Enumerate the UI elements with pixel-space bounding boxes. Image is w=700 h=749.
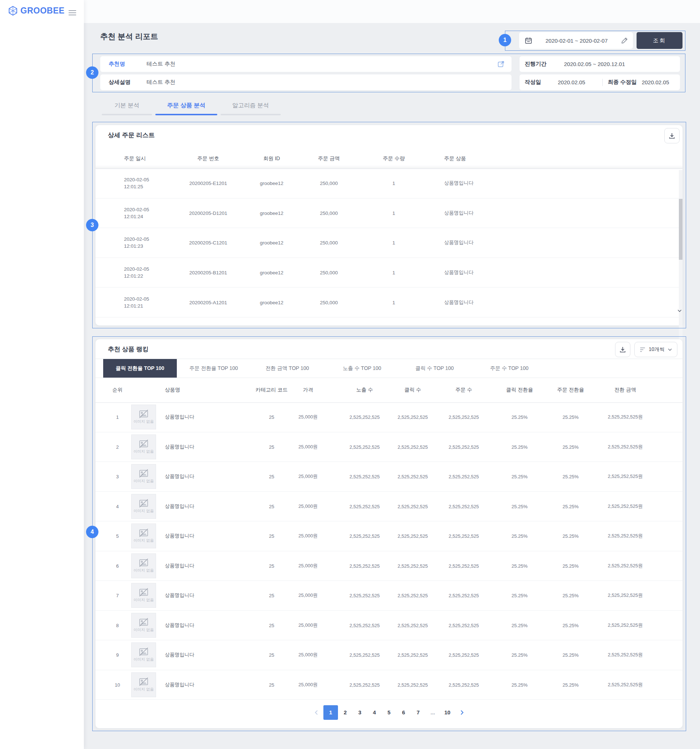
tab-basic-analysis[interactable]: 기본 분석 — [102, 101, 152, 115]
ranking-table-row: 5 이미지 없음 상품명입니다 25 25,000원 2,525,252,525… — [96, 521, 683, 551]
clicks-cell: 2,525,252,525 — [384, 563, 442, 569]
order-datetime-cell: 2020-02-0512:01:21 — [124, 295, 178, 309]
order-conversion-cell: 25.25% — [545, 622, 596, 628]
orders-cell: 2,525,252,525 — [435, 652, 493, 658]
column-order-number: 주문 번호 — [175, 156, 241, 162]
menu-toggle-icon[interactable] — [69, 9, 76, 17]
modified-label: 최종 수정일 — [608, 79, 637, 86]
subtab-clicks-top100[interactable]: 클릭 수 TOP 100 — [406, 359, 464, 378]
subtab-click-conversion-top100[interactable]: 클릭 전환율 TOP 100 — [103, 359, 177, 378]
ranking-download-button[interactable] — [615, 342, 630, 357]
dates-field: 작성일 2020.02.05 최종 수정일 2020.02.05 — [520, 75, 680, 90]
product-name-cell: 상품명입니다 — [165, 414, 249, 420]
column-order-product: 주문 상품 — [444, 156, 554, 162]
price-cell: 25,000원 — [282, 473, 334, 480]
no-image-label: 이미지 없음 — [133, 419, 154, 424]
clicks-cell: 2,525,252,525 — [384, 652, 442, 658]
order-amount-cell: 250,000 — [300, 300, 358, 305]
edit-pencil-icon[interactable] — [621, 37, 628, 44]
clicks-cell: 2,525,252,525 — [384, 474, 442, 479]
brand-hexagon-icon — [8, 6, 18, 16]
clicks-cell: 2,525,252,525 — [384, 503, 442, 509]
pagination-prev-icon[interactable] — [309, 705, 323, 720]
subtab-order-conversion-top100[interactable]: 주문 전환율 TOP 100 — [185, 359, 243, 378]
brand-name: GROOBEE — [20, 6, 64, 16]
table-scrollbar-thumb[interactable] — [679, 199, 683, 260]
conversion-amount-cell: 2,525,252,525원 — [592, 682, 658, 688]
pagination-next-icon[interactable] — [454, 705, 469, 720]
conversion-amount-cell: 2,525,252,525원 — [592, 563, 658, 569]
pagination-page[interactable]: 7 — [411, 705, 425, 720]
clicks-cell: 2,525,252,525 — [384, 622, 442, 628]
annotation-marker-1: 1 — [499, 34, 511, 46]
scroll-down-caret-icon[interactable] — [677, 309, 682, 312]
description-label: 상세설명 — [109, 79, 146, 86]
click-conversion-cell: 25.25% — [494, 414, 545, 420]
order-table-row: 2020-02-0512:01:22 20200205-B1201 groobe… — [96, 258, 683, 288]
ranking-table-row: 1 이미지 없음 상품명입니다 25 25,000원 2,525,252,525… — [96, 402, 683, 432]
member-id-cell: groobee12 — [241, 300, 302, 305]
column-rank: 순위 — [96, 387, 139, 393]
product-thumbnail-placeholder: 이미지 없음 — [131, 434, 156, 459]
search-button[interactable]: 조회 — [637, 32, 683, 49]
column-member-id: 회원 ID — [241, 156, 302, 162]
page-size-select[interactable]: 10개씩 — [634, 342, 677, 357]
ranking-table-body: 1 이미지 없음 상품명입니다 25 25,000원 2,525,252,525… — [96, 402, 683, 700]
ranking-table-row: 3 이미지 없음 상품명입니다 25 25,000원 2,525,252,525… — [96, 462, 683, 492]
brand-logo[interactable]: GROOBEE — [8, 6, 64, 16]
orders-cell: 2,525,252,525 — [435, 622, 493, 628]
order-product-cell: 상품명입니다 — [444, 299, 554, 306]
subtab-impressions-top100[interactable]: 노출 수 TOP 100 — [333, 359, 391, 378]
order-number-cell: 20200205-B1201 — [175, 270, 241, 275]
order-product-cell: 상품명입니다 — [444, 210, 554, 216]
orders-cell: 2,525,252,525 — [435, 474, 493, 479]
order-conversion-cell: 25.25% — [545, 682, 596, 687]
recommendation-name-field: 추천명 테스트 추천 — [100, 56, 511, 72]
page-size-value: 10개씩 — [648, 346, 665, 353]
no-image-icon — [139, 648, 148, 656]
product-thumbnail-placeholder: 이미지 없음 — [131, 642, 156, 667]
ranking-table-row: 6 이미지 없음 상품명입니다 25 25,000원 2,525,252,525… — [96, 551, 683, 581]
product-name-cell: 상품명입니다 — [165, 622, 249, 628]
pagination-page[interactable]: 2 — [338, 705, 352, 720]
order-table-row: 2020-02-0512:01:23 20200205-C1201 groobe… — [96, 228, 683, 258]
sort-lines-icon — [640, 347, 645, 352]
click-conversion-cell: 25.25% — [494, 444, 545, 449]
pagination-page[interactable]: 5 — [382, 705, 396, 720]
subtab-conversion-amount-top100[interactable]: 전환 금액 TOP 100 — [258, 359, 316, 378]
product-thumbnail-placeholder: 이미지 없음 — [131, 673, 156, 697]
pagination-page[interactable]: 3 — [352, 705, 367, 720]
product-name-cell: 상품명입니다 — [165, 651, 249, 658]
order-number-cell: 20200205-E1201 — [175, 180, 241, 186]
product-name-cell: 상품명입니다 — [165, 533, 249, 539]
annotation-marker-4: 4 — [86, 526, 98, 538]
pagination-page[interactable]: 6 — [396, 705, 411, 720]
description-value: 테스트 추천 — [146, 79, 175, 86]
click-conversion-cell: 25.25% — [494, 533, 545, 539]
download-button[interactable] — [664, 128, 680, 144]
order-amount-cell: 250,000 — [300, 270, 358, 275]
price-cell: 25,000원 — [282, 533, 334, 539]
order-product-cell: 상품명입니다 — [444, 180, 554, 186]
order-table-row: 2020-02-0512:01:24 20200205-D1201 groobe… — [96, 199, 683, 228]
column-price: 가격 — [282, 387, 334, 393]
ranking-table-row: 9 이미지 없음 상품명입니다 25 25,000원 2,525,252,525… — [96, 640, 683, 670]
order-quantity-cell: 1 — [364, 210, 423, 216]
pagination-page[interactable]: 1 — [323, 705, 338, 720]
top-header-bar — [0, 0, 700, 23]
order-quantity-cell: 1 — [364, 300, 423, 305]
pagination-page[interactable]: 4 — [367, 705, 382, 720]
recommendation-name-value: 테스트 추천 — [146, 61, 175, 67]
pagination-page[interactable]: 10 — [440, 705, 454, 720]
tab-order-product-analysis[interactable]: 주문 상품 분석 — [155, 101, 217, 115]
orders-cell: 2,525,252,525 — [435, 444, 493, 449]
date-range-picker[interactable]: 2020-02-01 ~ 2020-02-07 — [519, 32, 633, 49]
no-image-icon — [139, 469, 148, 478]
no-image-label: 이미지 없음 — [133, 568, 154, 573]
tab-algorithm-analysis[interactable]: 알고리즘 분석 — [221, 101, 281, 115]
subtab-orders-top100[interactable]: 주문 수 TOP 100 — [480, 359, 538, 378]
external-link-icon[interactable] — [497, 60, 505, 68]
ranking-table-row: 10 이미지 없음 상품명입니다 25 25,000원 2,525,252,52… — [96, 670, 683, 700]
order-conversion-cell: 25.25% — [545, 444, 596, 449]
ranking-table-row: 2 이미지 없음 상품명입니다 25 25,000원 2,525,252,525… — [96, 432, 683, 462]
